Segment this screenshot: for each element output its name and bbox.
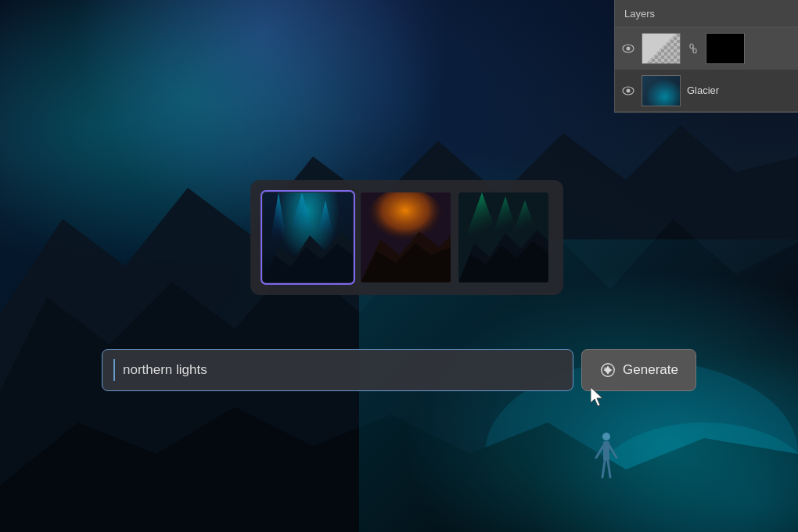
layers-panel-title: Layers [624,8,655,20]
prompt-divider [113,359,115,381]
result-image-3-graphic [458,192,548,282]
result-image-2[interactable] [361,192,451,282]
svg-marker-22 [263,243,353,282]
layers-panel: Layers Glacier [614,0,798,113]
svg-marker-20 [318,200,333,235]
layer-chain-icon-1 [687,42,699,55]
chain-icon [688,43,699,54]
prompt-input[interactable] [123,362,562,378]
result-image-2-graphic [361,192,451,282]
result-image-1-graphic [263,192,353,282]
prompt-input-wrapper [102,349,573,391]
svg-marker-18 [271,192,286,239]
svg-point-12 [627,46,631,50]
generate-label: Generate [623,362,678,378]
eye-icon-1 [622,44,634,53]
result-image-3[interactable] [458,192,548,282]
generate-sparkle-icon [599,361,616,379]
eye-icon-2 [622,86,634,95]
results-panel [250,180,563,295]
layer-visibility-toggle-1[interactable] [621,43,635,54]
layer-thumbnail-1 [642,33,681,64]
layer-thumbnail-2 [642,75,681,106]
generate-button[interactable]: Generate [581,349,696,391]
layer-row-1[interactable] [615,27,798,70]
prompt-bar: Generate [102,349,696,391]
layer-visibility-toggle-2[interactable] [621,85,635,96]
results-grid [263,192,551,282]
layer-row-2[interactable]: Glacier [615,70,798,112]
layers-panel-header: Layers [615,0,798,27]
result-image-1[interactable] [263,192,353,282]
layer-name-2: Glacier [687,84,792,96]
svg-point-17 [627,88,631,92]
svg-marker-19 [290,192,314,232]
layer-mask-thumbnail-1 [706,33,745,64]
